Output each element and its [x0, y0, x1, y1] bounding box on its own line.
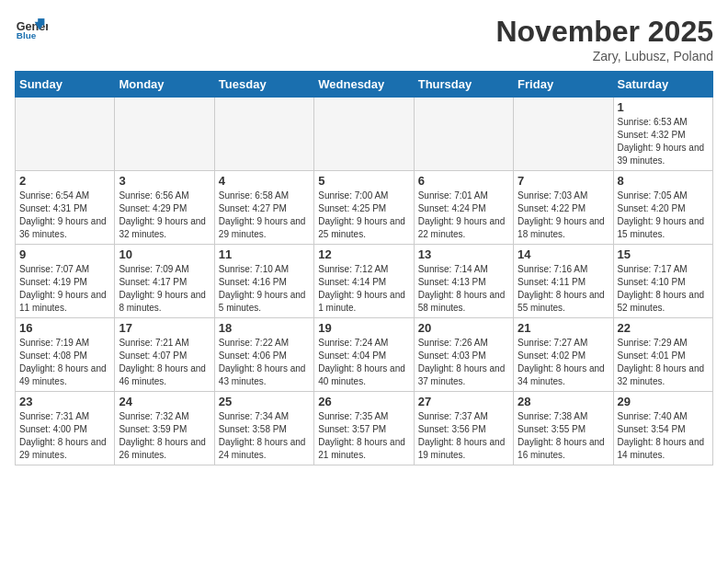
calendar-cell: 16Sunrise: 7:19 AM Sunset: 4:08 PM Dayli…	[16, 318, 115, 392]
day-info: Sunrise: 7:05 AM Sunset: 4:20 PM Dayligh…	[618, 190, 709, 241]
day-number: 4	[219, 174, 310, 188]
calendar-row-1: 1Sunrise: 6:53 AM Sunset: 4:32 PM Daylig…	[16, 98, 713, 171]
calendar-cell: 2Sunrise: 6:54 AM Sunset: 4:31 PM Daylig…	[16, 171, 115, 245]
calendar-cell: 15Sunrise: 7:17 AM Sunset: 4:10 PM Dayli…	[613, 245, 712, 318]
calendar-cell: 24Sunrise: 7:32 AM Sunset: 3:59 PM Dayli…	[115, 392, 214, 465]
calendar-cell: 13Sunrise: 7:14 AM Sunset: 4:13 PM Dayli…	[414, 245, 513, 318]
day-info: Sunrise: 7:38 AM Sunset: 3:55 PM Dayligh…	[518, 410, 609, 462]
day-number: 21	[518, 321, 609, 335]
day-info: Sunrise: 6:56 AM Sunset: 4:29 PM Dayligh…	[119, 190, 210, 241]
day-info: Sunrise: 6:54 AM Sunset: 4:31 PM Dayligh…	[19, 190, 110, 241]
day-number: 22	[618, 321, 709, 335]
calendar-row-4: 16Sunrise: 7:19 AM Sunset: 4:08 PM Dayli…	[16, 318, 713, 392]
header-tuesday: Tuesday	[214, 72, 313, 98]
day-number: 11	[219, 247, 310, 261]
day-info: Sunrise: 7:12 AM Sunset: 4:14 PM Dayligh…	[318, 263, 409, 315]
calendar-cell: 28Sunrise: 7:38 AM Sunset: 3:55 PM Dayli…	[514, 392, 613, 465]
day-number: 14	[518, 247, 609, 261]
logo-icon: General Blue	[15, 15, 48, 40]
day-info: Sunrise: 7:32 AM Sunset: 3:59 PM Dayligh…	[119, 410, 210, 462]
calendar-cell: 17Sunrise: 7:21 AM Sunset: 4:07 PM Dayli…	[115, 318, 214, 392]
calendar-cell	[214, 98, 313, 171]
calendar-table: Sunday Monday Tuesday Wednesday Thursday…	[15, 71, 713, 465]
day-info: Sunrise: 7:14 AM Sunset: 4:13 PM Dayligh…	[418, 263, 509, 315]
calendar-cell: 21Sunrise: 7:27 AM Sunset: 4:02 PM Dayli…	[514, 318, 613, 392]
calendar-cell: 4Sunrise: 6:58 AM Sunset: 4:27 PM Daylig…	[214, 171, 313, 245]
header-friday: Friday	[514, 72, 613, 98]
day-number: 9	[19, 247, 110, 261]
day-info: Sunrise: 7:09 AM Sunset: 4:17 PM Dayligh…	[119, 263, 210, 315]
calendar-cell: 27Sunrise: 7:37 AM Sunset: 3:56 PM Dayli…	[414, 392, 513, 465]
day-info: Sunrise: 7:40 AM Sunset: 3:54 PM Dayligh…	[618, 410, 709, 462]
day-number: 3	[119, 174, 210, 188]
calendar-cell	[414, 98, 513, 171]
day-info: Sunrise: 7:03 AM Sunset: 4:22 PM Dayligh…	[518, 190, 609, 241]
day-number: 29	[618, 395, 709, 408]
logo: General Blue	[15, 15, 48, 40]
day-number: 13	[418, 247, 509, 261]
title-block: November 2025 Zary, Lubusz, Poland	[495, 15, 713, 63]
day-number: 10	[119, 247, 210, 261]
calendar-cell: 14Sunrise: 7:16 AM Sunset: 4:11 PM Dayli…	[514, 245, 613, 318]
calendar-cell: 23Sunrise: 7:31 AM Sunset: 4:00 PM Dayli…	[16, 392, 115, 465]
day-info: Sunrise: 7:35 AM Sunset: 3:57 PM Dayligh…	[318, 410, 409, 462]
day-info: Sunrise: 7:27 AM Sunset: 4:02 PM Dayligh…	[518, 337, 609, 388]
day-number: 5	[318, 174, 409, 188]
day-info: Sunrise: 6:58 AM Sunset: 4:27 PM Dayligh…	[219, 190, 310, 241]
calendar-row-2: 2Sunrise: 6:54 AM Sunset: 4:31 PM Daylig…	[16, 171, 713, 245]
day-number: 18	[219, 321, 310, 335]
day-number: 27	[418, 395, 509, 408]
header-wednesday: Wednesday	[314, 72, 414, 98]
calendar-cell: 25Sunrise: 7:34 AM Sunset: 3:58 PM Dayli…	[214, 392, 313, 465]
svg-text:Blue: Blue	[17, 30, 37, 40]
day-number: 7	[518, 174, 609, 188]
day-info: Sunrise: 6:53 AM Sunset: 4:32 PM Dayligh…	[618, 116, 709, 167]
calendar-cell: 9Sunrise: 7:07 AM Sunset: 4:19 PM Daylig…	[16, 245, 115, 318]
calendar-cell: 29Sunrise: 7:40 AM Sunset: 3:54 PM Dayli…	[613, 392, 712, 465]
day-number: 23	[19, 395, 110, 408]
day-number: 16	[19, 321, 110, 335]
day-info: Sunrise: 7:00 AM Sunset: 4:25 PM Dayligh…	[318, 190, 409, 241]
day-info: Sunrise: 7:34 AM Sunset: 3:58 PM Dayligh…	[219, 410, 310, 462]
day-number: 17	[119, 321, 210, 335]
calendar-cell: 20Sunrise: 7:26 AM Sunset: 4:03 PM Dayli…	[414, 318, 513, 392]
day-info: Sunrise: 7:01 AM Sunset: 4:24 PM Dayligh…	[418, 190, 509, 241]
calendar-cell: 19Sunrise: 7:24 AM Sunset: 4:04 PM Dayli…	[314, 318, 414, 392]
header-saturday: Saturday	[613, 72, 712, 98]
location: Zary, Lubusz, Poland	[495, 49, 713, 63]
day-number: 19	[318, 321, 409, 335]
calendar-cell: 1Sunrise: 6:53 AM Sunset: 4:32 PM Daylig…	[613, 98, 712, 171]
day-info: Sunrise: 7:16 AM Sunset: 4:11 PM Dayligh…	[518, 263, 609, 315]
day-number: 1	[618, 100, 709, 114]
day-info: Sunrise: 7:19 AM Sunset: 4:08 PM Dayligh…	[19, 337, 110, 388]
page-header: General Blue November 2025 Zary, Lubusz,…	[15, 15, 713, 63]
day-number: 15	[618, 247, 709, 261]
day-info: Sunrise: 7:29 AM Sunset: 4:01 PM Dayligh…	[618, 337, 709, 388]
day-number: 6	[418, 174, 509, 188]
day-info: Sunrise: 7:26 AM Sunset: 4:03 PM Dayligh…	[418, 337, 509, 388]
calendar-cell: 8Sunrise: 7:05 AM Sunset: 4:20 PM Daylig…	[613, 171, 712, 245]
day-info: Sunrise: 7:10 AM Sunset: 4:16 PM Dayligh…	[219, 263, 310, 315]
calendar-cell: 3Sunrise: 6:56 AM Sunset: 4:29 PM Daylig…	[115, 171, 214, 245]
header-monday: Monday	[115, 72, 214, 98]
month-title: November 2025	[495, 15, 713, 49]
calendar-cell	[514, 98, 613, 171]
calendar-cell	[16, 98, 115, 171]
calendar-cell: 26Sunrise: 7:35 AM Sunset: 3:57 PM Dayli…	[314, 392, 414, 465]
calendar-cell	[115, 98, 214, 171]
calendar-row-5: 23Sunrise: 7:31 AM Sunset: 4:00 PM Dayli…	[16, 392, 713, 465]
header-thursday: Thursday	[414, 72, 513, 98]
day-info: Sunrise: 7:24 AM Sunset: 4:04 PM Dayligh…	[318, 337, 409, 388]
day-number: 20	[418, 321, 509, 335]
calendar-cell: 6Sunrise: 7:01 AM Sunset: 4:24 PM Daylig…	[414, 171, 513, 245]
day-number: 2	[19, 174, 110, 188]
calendar-cell: 5Sunrise: 7:00 AM Sunset: 4:25 PM Daylig…	[314, 171, 414, 245]
calendar-cell: 10Sunrise: 7:09 AM Sunset: 4:17 PM Dayli…	[115, 245, 214, 318]
day-info: Sunrise: 7:21 AM Sunset: 4:07 PM Dayligh…	[119, 337, 210, 388]
calendar-cell: 11Sunrise: 7:10 AM Sunset: 4:16 PM Dayli…	[214, 245, 313, 318]
day-number: 25	[219, 395, 310, 408]
day-number: 12	[318, 247, 409, 261]
day-number: 28	[518, 395, 609, 408]
day-info: Sunrise: 7:17 AM Sunset: 4:10 PM Dayligh…	[618, 263, 709, 315]
calendar-cell: 7Sunrise: 7:03 AM Sunset: 4:22 PM Daylig…	[514, 171, 613, 245]
